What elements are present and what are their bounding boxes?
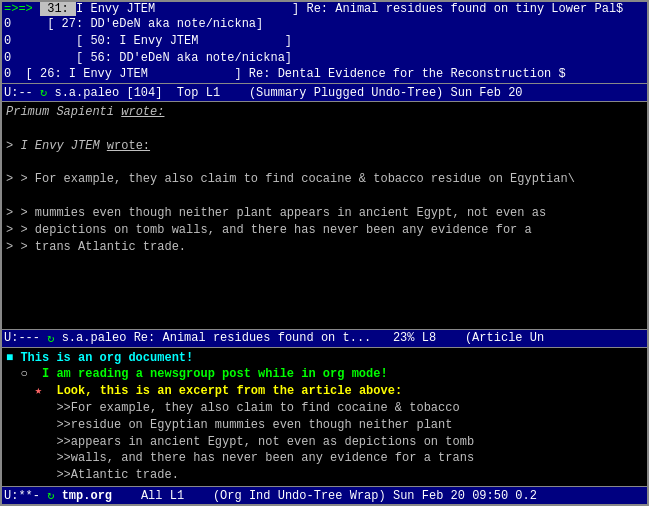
org-star-prefix: ★ [6, 384, 49, 398]
org-excerpt-5: >>Atlantic trade. [6, 467, 643, 484]
inner-author: I Envy JTEM [20, 139, 99, 153]
thread-item-1[interactable]: 0 [ 27: DD'eDeN aka note/nickna] [2, 16, 647, 33]
org-pane: ■ This is an org document! ○ I am readin… [2, 348, 647, 486]
top-arrow: => [18, 2, 40, 16]
bottom-level: All L1 (Org Ind Undo-Tree Wrap) Sun Feb … [112, 489, 537, 503]
bottom-filename: tmp.org [62, 489, 112, 503]
thread-item-2[interactable]: 0 [ 50: I Envy JTEM ] [2, 33, 647, 50]
terminal: => => 31: I Envy JTEM ] Re: Animal resid… [0, 0, 649, 506]
thread-prefix: 0 [ 26: I Envy JTEM ] Re: Dental Evidenc… [4, 67, 566, 81]
quote-line-3: > > mummies even though neither plant ap… [6, 205, 643, 222]
path-info-2: s.a.paleo Re: Animal residues found on t… [62, 331, 544, 345]
thread-item-3[interactable]: 0 [ 56: DD'eDeN aka note/nickna] [2, 50, 647, 67]
org-excerpt-label: Look, this is an excerpt from the articl… [56, 384, 402, 398]
bottom-status-bar: U:**- ↻ tmp.org All L1 (Org Ind Undo-Tre… [2, 486, 647, 504]
thread-prefix: 0 [ 56: DD'eDeN aka note/nickna] [4, 51, 292, 65]
bottom-mode: U:**- [4, 489, 47, 503]
divider-bar-1: U:-- ↻ s.a.paleo [104] Top L1 (Summary P… [2, 83, 647, 102]
mode-indicator-2: U:--- [4, 331, 47, 345]
top-status-bar: => => 31: I Envy JTEM ] Re: Animal resid… [2, 2, 647, 16]
top-thread-subject: I Envy JTEM ] Re: Animal residues found … [76, 2, 623, 16]
quote-line-1: > I Envy JTEM wrote: [6, 138, 643, 155]
cursor-pos: 31: [40, 2, 76, 16]
path-info-1: s.a.paleo [104] Top L1 (Summary Plugged … [54, 86, 522, 100]
org-item-star-line: ★ Look, this is an excerpt from the arti… [6, 383, 643, 400]
sync-icon-2: ↻ [47, 331, 61, 346]
org-excerpt-2: >>residue on Egyptian mummies even thoug… [6, 417, 643, 434]
org-item-circle: ○ I am reading a newsgroup post while in… [6, 366, 643, 383]
thread-prefix: 0 [ 27: DD'eDeN aka note/nickna] [4, 17, 263, 31]
org-title: ■ This is an org document! [6, 351, 193, 365]
blank-2 [6, 155, 643, 172]
arrow-icon: => [4, 2, 18, 16]
sync-icon-1: ↻ [40, 85, 54, 100]
mode-indicator-1: U:-- [4, 86, 40, 100]
org-title-line: ■ This is an org document! [6, 350, 643, 367]
message-pane: Primum Sapienti wrote: > I Envy JTEM wro… [2, 102, 647, 328]
wrote-label: wrote: [121, 105, 164, 119]
quote-line-2: > > For example, they also claim to find… [6, 171, 643, 188]
quote-line-4: > > depictions on tomb walls, and there … [6, 222, 643, 239]
blank-1 [6, 121, 643, 138]
inner-wrote: wrote: [107, 139, 150, 153]
quote-line-5: > > trans Atlantic trade. [6, 239, 643, 256]
org-excerpt-4: >>walls, and there has never been any ev… [6, 450, 643, 467]
thread-prefix: 0 [ 50: I Envy JTEM ] [4, 34, 292, 48]
org-circle-prefix: ○ [6, 367, 35, 381]
from-name: Primum Sapienti [6, 105, 114, 119]
org-circle-text: I am reading a newsgroup post while in o… [42, 367, 388, 381]
blank-3 [6, 188, 643, 205]
thread-item-4[interactable]: 0 [ 26: I Envy JTEM ] Re: Dental Evidenc… [2, 66, 647, 83]
thread-list: 0 [ 27: DD'eDeN aka note/nickna] 0 [ 50:… [2, 16, 647, 83]
org-excerpt-3: >>appears in ancient Egypt, not even as … [6, 434, 643, 451]
bottom-sync-icon: ↻ [47, 488, 61, 503]
message-header: Primum Sapienti wrote: [6, 104, 643, 121]
divider-bar-2: U:--- ↻ s.a.paleo Re: Animal residues fo… [2, 329, 647, 348]
org-excerpt-1: >>For example, they also claim to find c… [6, 400, 643, 417]
